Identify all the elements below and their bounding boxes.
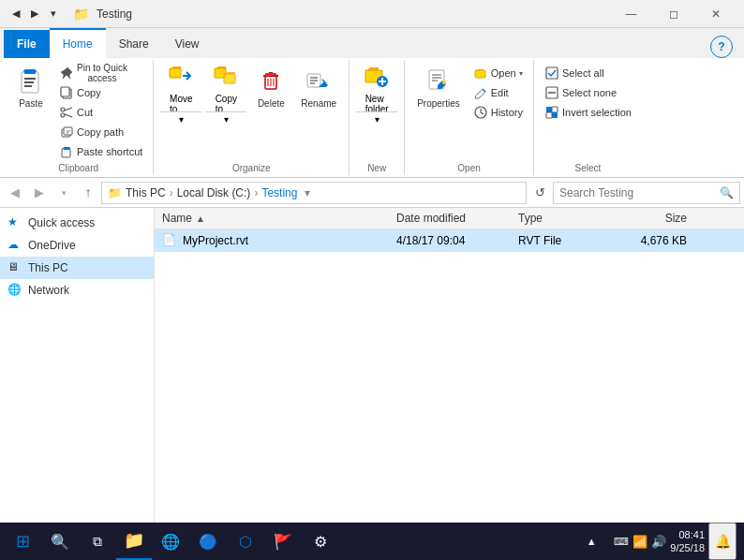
tray-keyboard[interactable]: ⌨ <box>614 536 629 548</box>
rename-button[interactable]: Rename <box>294 62 343 125</box>
pin-quick-access-button[interactable]: Pin to Quickaccess <box>54 64 147 82</box>
new-folder-dropdown[interactable]: ▾ <box>356 111 397 126</box>
tab-share[interactable]: Share <box>106 30 162 58</box>
edit-button[interactable]: Edit <box>469 83 528 102</box>
taskbar-app-edge[interactable]: 🌐 <box>152 523 189 560</box>
nav-label-network: Network <box>28 284 69 297</box>
move-to-button[interactable]: Moveto <box>160 63 201 111</box>
notification-button[interactable]: 🔔 <box>708 523 737 560</box>
select-all-icon <box>544 66 559 81</box>
svg-point-39 <box>442 81 446 84</box>
search-input[interactable] <box>559 186 720 199</box>
copy-to-dropdown[interactable]: ▾ <box>205 111 246 126</box>
new-folder-button[interactable]: Newfolder <box>356 63 397 111</box>
select-all-button[interactable]: Select all <box>540 64 636 82</box>
move-to-dropdown[interactable]: ▾ <box>160 111 201 126</box>
tray-sound[interactable]: 🔊 <box>651 535 666 549</box>
tray-show-hidden[interactable]: ▲ <box>573 523 610 560</box>
col-header-name[interactable]: Name ▲ <box>162 212 396 225</box>
taskbar-app-more1[interactable]: 🚩 <box>264 523 302 560</box>
nav-label-quick-access: Quick access <box>28 216 95 229</box>
empty-file-area[interactable] <box>155 252 744 560</box>
taskbar-app-explorer[interactable]: 📁 <box>116 523 152 560</box>
open-button[interactable]: Open ▾ <box>469 64 528 82</box>
paste-button[interactable]: Paste <box>9 62 52 125</box>
address-bar: ◀ ▶ ▾ ↑ 📁 This PC › Local Disk (C:) › Te… <box>0 178 744 208</box>
tab-view[interactable]: View <box>162 30 213 58</box>
file-name: MyProject.rvt <box>183 234 248 247</box>
up-button[interactable]: ↑ <box>77 182 99 204</box>
recent-locations-button[interactable]: ▾ <box>52 182 75 204</box>
file-size-cell: 4,676 KB <box>612 234 687 247</box>
table-row[interactable]: 📄 MyProject.rvt 4/18/17 09:04 RVT File 4… <box>155 229 744 252</box>
select-none-label: Select none <box>562 87 617 98</box>
svg-line-10 <box>65 108 72 111</box>
open-small-buttons: Open ▾ Edit <box>469 62 528 122</box>
forward-button[interactable]: ▶ <box>28 182 51 204</box>
organize-group-label: Organize <box>232 161 271 173</box>
open-items: Properties Open ▾ <box>410 62 528 161</box>
svg-rect-43 <box>546 67 558 79</box>
properties-button[interactable]: Properties <box>410 62 467 125</box>
taskbar-search[interactable]: 🔍 <box>41 523 79 560</box>
invert-selection-button[interactable]: Invert selection <box>540 103 636 122</box>
clipboard-small-buttons: Pin to Quickaccess Copy <box>54 62 147 161</box>
taskbar-app-more2[interactable]: ⚙ <box>302 523 339 560</box>
help-button[interactable]: ? <box>710 36 733 58</box>
paste-shortcut-button[interactable]: Paste shortcut <box>54 142 147 161</box>
svg-rect-16 <box>170 68 181 78</box>
svg-rect-18 <box>224 74 235 83</box>
path-sep-2: › <box>254 186 258 199</box>
col-header-size[interactable]: Size <box>612 212 687 225</box>
ribbon-group-new: Newfolder ▾ New <box>350 60 405 175</box>
refresh-button[interactable]: ↺ <box>528 182 551 204</box>
taskbar: ⊞ 🔍 ⧉ 📁 🌐 🔵 ⬡ 🚩 ⚙ ▲ ⌨ 📶 🔊 08:41 9/25/18 … <box>0 523 744 560</box>
svg-point-9 <box>61 113 65 117</box>
paste-label: Paste <box>19 98 43 109</box>
copy-button[interactable]: Copy <box>54 83 147 102</box>
edit-label: Edit <box>491 87 509 98</box>
qat-back[interactable]: ◀ <box>7 6 24 22</box>
ribbon-group-organize: Moveto ▾ Copyto ▾ <box>154 60 350 175</box>
file-type: RVT File <box>518 234 561 247</box>
new-folder-split: Newfolder ▾ <box>355 62 398 127</box>
cut-button[interactable]: Cut <box>54 103 147 122</box>
tray-network[interactable]: 📶 <box>632 535 647 549</box>
nav-item-onedrive[interactable]: ☁ OneDrive <box>0 234 154 257</box>
tab-home[interactable]: Home <box>50 28 106 58</box>
delete-button[interactable]: Delete <box>249 62 292 125</box>
nav-item-network[interactable]: 🌐 Network <box>0 279 154 302</box>
invert-selection-label: Invert selection <box>562 107 632 118</box>
clock[interactable]: 08:41 9/25/18 <box>670 528 705 555</box>
nav-item-quick-access[interactable]: ★ Quick access <box>0 212 154 234</box>
svg-rect-2 <box>24 69 36 74</box>
history-button[interactable]: History <box>469 103 528 122</box>
clipboard-items: Paste Pin to Quickaccess <box>9 62 147 161</box>
back-button[interactable]: ◀ <box>4 182 26 204</box>
minimize-button[interactable]: — <box>610 0 652 28</box>
select-items: Select all Select none <box>540 62 636 161</box>
taskbar-app-chrome[interactable]: 🔵 <box>189 523 227 560</box>
window-title: Testing <box>97 7 132 21</box>
close-button[interactable]: ✕ <box>694 0 737 28</box>
open-label: Open <box>491 67 516 79</box>
start-button[interactable]: ⊞ <box>4 523 41 560</box>
search-box[interactable]: 🔍 <box>553 182 740 204</box>
copy-path-button[interactable]: Copy path <box>54 123 147 141</box>
move-icon <box>166 62 196 94</box>
qat-dropdown[interactable]: ▾ <box>45 6 62 22</box>
taskbar-task-view[interactable]: ⧉ <box>79 523 116 560</box>
address-path[interactable]: 📁 This PC › Local Disk (C:) › Testing ▾ <box>101 182 527 204</box>
select-none-button[interactable]: Select none <box>540 83 636 102</box>
tab-file[interactable]: File <box>4 30 50 58</box>
col-header-type[interactable]: Type <box>518 212 612 225</box>
taskbar-app-vscode[interactable]: ⬡ <box>227 523 264 560</box>
invert-selection-icon <box>544 105 559 120</box>
clock-time: 08:41 <box>670 528 705 541</box>
nav-item-this-pc[interactable]: 🖥 This PC <box>0 257 154 279</box>
qat-forward[interactable]: ▶ <box>26 6 43 22</box>
maximize-button[interactable]: ◻ <box>652 0 694 28</box>
col-header-date[interactable]: Date modified <box>396 212 518 225</box>
path-sep-1: › <box>170 186 173 199</box>
copy-to-button[interactable]: Copyto <box>205 63 246 111</box>
